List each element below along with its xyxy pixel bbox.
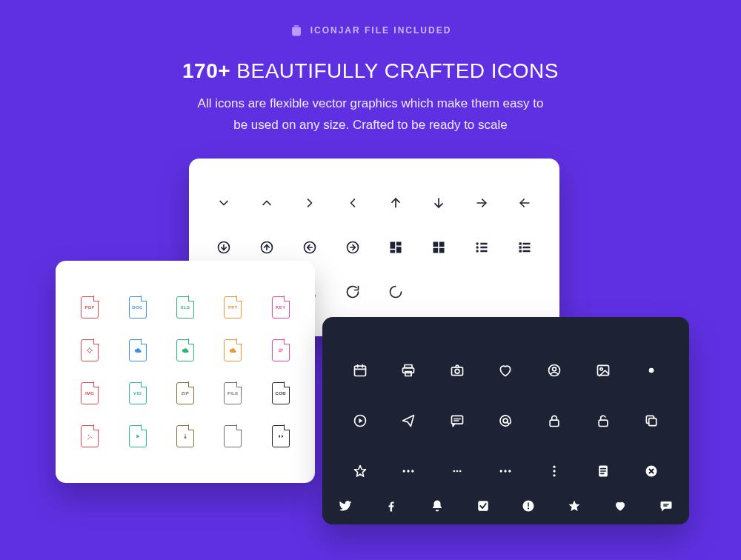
- file-zipper-icon: [162, 425, 209, 447]
- play-circle-icon: [336, 413, 385, 428]
- arrow-right-icon: [460, 196, 503, 210]
- document-icon: [579, 464, 628, 479]
- lock-icon: [530, 413, 579, 428]
- svg-rect-31: [523, 250, 531, 253]
- message-icon: [433, 413, 482, 428]
- unlock-icon: [579, 413, 628, 428]
- svg-point-69: [456, 470, 459, 472]
- file-ppt-icon: PPT: [209, 296, 256, 319]
- star-icon: [336, 464, 385, 479]
- view-grid-icon: [417, 240, 460, 255]
- svg-rect-26: [519, 242, 522, 244]
- svg-rect-52: [597, 365, 608, 375]
- svg-rect-48: [451, 367, 462, 376]
- svg-rect-18: [433, 248, 439, 253]
- svg-point-22: [476, 246, 479, 248]
- svg-point-67: [412, 470, 414, 472]
- file-blank-icon: [209, 425, 256, 447]
- dots-horizontal-alt-icon: [482, 464, 531, 479]
- svg-rect-23: [480, 247, 487, 249]
- view-list-solid-icon: [503, 240, 546, 255]
- bell-icon: [414, 499, 460, 513]
- file-doc-icon: DOC: [113, 296, 161, 319]
- file-img-icon: IMG: [66, 382, 113, 404]
- svg-rect-27: [523, 243, 531, 245]
- circle-arrow-down-icon: [202, 240, 245, 255]
- comment-solid-icon: [643, 499, 689, 513]
- file-cod-icon: COD: [257, 382, 305, 404]
- heart-solid-icon: [597, 499, 643, 513]
- twitter-icon: [322, 499, 368, 513]
- file-image-glyph-icon: [66, 425, 113, 447]
- at-icon: [482, 413, 531, 428]
- svg-point-60: [504, 419, 508, 423]
- file-code-glyph-icon: [257, 425, 305, 447]
- arrow-left-icon: [503, 196, 546, 210]
- chevron-right-icon: [288, 196, 331, 210]
- facebook-icon: [368, 499, 414, 513]
- svg-rect-28: [519, 246, 522, 248]
- page-subtitle: All icons are flexible vector graphics w…: [0, 93, 741, 136]
- svg-marker-64: [354, 465, 365, 476]
- svg-point-76: [553, 474, 555, 476]
- svg-marker-38: [136, 434, 139, 438]
- checkbox-icon: [460, 499, 506, 513]
- svg-point-71: [500, 470, 502, 472]
- svg-rect-17: [439, 241, 445, 247]
- svg-rect-61: [550, 420, 559, 426]
- view-list-icon: [460, 240, 503, 255]
- file-xls-icon: XLS: [162, 296, 209, 319]
- svg-rect-19: [439, 248, 445, 253]
- svg-rect-13: [396, 241, 402, 245]
- dot-icon: [627, 363, 676, 378]
- icon-showcase: PDF DOC XLS PPT KEY IMG VID ZIP FILE COD: [0, 150, 741, 550]
- svg-point-65: [403, 470, 405, 472]
- svg-point-24: [476, 250, 479, 252]
- svg-rect-16: [433, 241, 439, 247]
- chevron-down-icon: [202, 196, 245, 210]
- svg-rect-29: [523, 247, 531, 249]
- arrow-down-icon: [417, 196, 460, 210]
- dots-horizontal-icon: [385, 464, 433, 479]
- svg-rect-84: [478, 501, 488, 511]
- svg-rect-30: [519, 250, 522, 252]
- svg-rect-57: [451, 416, 462, 424]
- jar-icon: [290, 24, 303, 37]
- svg-point-73: [509, 470, 511, 472]
- copy-icon: [627, 413, 676, 428]
- iconjar-badge: ICONJAR FILE INCLUDED: [290, 24, 452, 37]
- heart-icon: [482, 363, 531, 378]
- svg-point-53: [599, 367, 602, 370]
- svg-point-20: [476, 242, 479, 244]
- svg-rect-63: [649, 418, 657, 425]
- svg-point-51: [553, 367, 556, 371]
- file-acrobat-icon: [66, 339, 113, 361]
- svg-point-54: [649, 367, 654, 373]
- close-circle-icon: [627, 464, 676, 479]
- svg-rect-62: [599, 420, 608, 426]
- file-zip-icon: ZIP: [162, 382, 209, 404]
- svg-point-66: [408, 470, 410, 472]
- send-icon: [385, 413, 433, 428]
- svg-point-68: [453, 470, 455, 472]
- file-pdf-icon: PDF: [66, 296, 113, 319]
- file-vid-icon: VID: [113, 382, 161, 404]
- card-files: PDF DOC XLS PPT KEY IMG VID ZIP FILE COD: [56, 261, 315, 483]
- printer-icon: [385, 363, 433, 378]
- svg-rect-25: [480, 250, 487, 253]
- loading-icon: [374, 284, 417, 299]
- image-icon: [579, 363, 628, 378]
- circle-arrow-right-icon: [331, 240, 374, 255]
- dots-vertical-icon: [530, 464, 579, 479]
- svg-point-75: [553, 470, 555, 472]
- svg-rect-15: [391, 250, 396, 253]
- file-cloud-orange-icon: [209, 339, 256, 361]
- svg-point-72: [505, 470, 507, 472]
- svg-marker-56: [359, 418, 362, 423]
- card-dark-bottom-row: [322, 487, 689, 524]
- file-cloud-green-icon: [162, 339, 209, 361]
- camera-icon: [433, 363, 482, 378]
- svg-point-74: [553, 465, 555, 467]
- svg-marker-88: [569, 500, 580, 510]
- page-title: 170+ BEAUTIFULLY CRAFTED ICONS: [0, 59, 741, 83]
